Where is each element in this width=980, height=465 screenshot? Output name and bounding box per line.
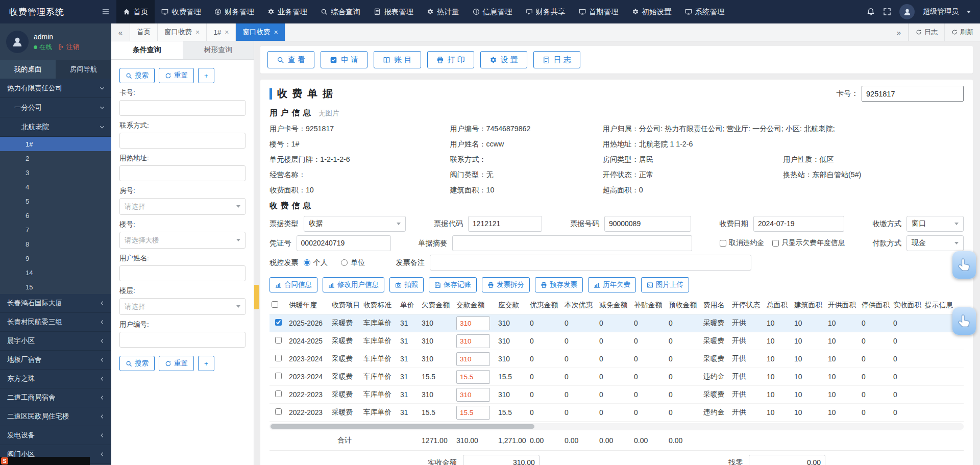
- tabs-scroll-right-button[interactable]: »: [890, 23, 909, 41]
- radio[interactable]: [304, 259, 310, 266]
- query-input[interactable]: [119, 165, 246, 181]
- pay-amount-input[interactable]: [456, 316, 490, 330]
- tree-unit-item[interactable]: 6: [0, 208, 111, 223]
- top-nav-item[interactable]: 报表管理: [367, 0, 420, 23]
- top-nav-item[interactable]: 收费管理: [155, 0, 208, 23]
- top-nav-item[interactable]: 初始设置: [625, 0, 678, 23]
- pay-amount-input[interactable]: [456, 370, 490, 384]
- query-panel-tab[interactable]: 条件查询: [111, 41, 183, 59]
- log-button[interactable]: 日志: [909, 23, 944, 41]
- payment-method-select[interactable]: 现金: [906, 235, 964, 251]
- toolbar-button[interactable]: 账 目: [374, 51, 421, 68]
- tax-invoice-radio-option[interactable]: 个人: [304, 258, 328, 267]
- tree-community-item[interactable]: 晨宇小区: [0, 332, 111, 351]
- top-nav-item[interactable]: 业务管理: [261, 0, 314, 23]
- tree-group[interactable]: 北航老院: [0, 117, 111, 137]
- toolbar-button[interactable]: 日 志: [533, 51, 580, 68]
- tree-unit-item[interactable]: 5: [0, 194, 111, 208]
- pay-amount-input[interactable]: [456, 352, 490, 366]
- query-panel-tab[interactable]: 树形查询: [183, 41, 254, 59]
- tree-unit-item[interactable]: 3: [0, 165, 111, 180]
- pay-amount-input[interactable]: [456, 334, 490, 348]
- user-avatar[interactable]: [899, 4, 915, 19]
- row-checkbox[interactable]: [275, 373, 282, 379]
- action-button[interactable]: 修改用户信息: [323, 277, 384, 292]
- tree-community-item[interactable]: 长青村民航委三组: [0, 313, 111, 332]
- tab[interactable]: 1# ×: [207, 23, 236, 41]
- tree-unit-item[interactable]: 2: [0, 151, 111, 165]
- paid-amount-input[interactable]: [463, 455, 540, 465]
- tab-close-icon[interactable]: ×: [225, 29, 229, 36]
- tree-unit-item[interactable]: 15: [0, 280, 111, 294]
- tree-community-item[interactable]: 长春鸿石国际大厦: [0, 294, 111, 313]
- fullscreen-icon[interactable]: [883, 8, 891, 16]
- receipt-type-select[interactable]: 收据: [304, 216, 406, 232]
- tree-community-item[interactable]: 地板厂宿舍: [0, 351, 111, 370]
- tree-group[interactable]: 一分公司: [0, 98, 111, 117]
- toolbar-button[interactable]: 打 印: [427, 51, 474, 68]
- voucher-input[interactable]: [297, 235, 391, 251]
- summary-input[interactable]: [452, 235, 692, 251]
- top-nav-item[interactable]: 综合查询: [314, 0, 367, 23]
- row-checkbox[interactable]: [275, 319, 282, 326]
- refresh-button[interactable]: 刷新: [944, 23, 980, 41]
- search-button[interactable]: 搜索: [119, 68, 155, 83]
- top-nav-item[interactable]: 系统管理: [678, 0, 731, 23]
- tree-unit-item[interactable]: 8: [0, 237, 111, 251]
- top-nav-item[interactable]: 首期管理: [572, 0, 625, 23]
- query-select[interactable]: 请选择: [119, 298, 246, 315]
- pay-amount-input[interactable]: [456, 388, 490, 402]
- top-nav-item[interactable]: 财务管理: [208, 0, 261, 23]
- tree-community-item[interactable]: 东方之珠: [0, 370, 111, 388]
- toolbar-button[interactable]: 查 看: [267, 51, 314, 68]
- card-no-input[interactable]: [862, 86, 964, 102]
- tree-unit-item[interactable]: 9: [0, 251, 111, 265]
- row-checkbox[interactable]: [275, 355, 282, 361]
- action-button[interactable]: 发票拆分: [482, 277, 530, 292]
- action-button[interactable]: 图片上传: [641, 277, 689, 292]
- query-panel-collapse-handle[interactable]: [254, 285, 259, 309]
- scrollbar-thumb[interactable]: [271, 424, 534, 429]
- tree-unit-item[interactable]: 14: [0, 265, 111, 280]
- fee-option-checkbox[interactable]: 只显示欠费年度信息: [772, 238, 845, 248]
- tree-community-item[interactable]: 二道区民政局住宅楼: [0, 407, 111, 426]
- tree-community-item[interactable]: 二道工商局宿舍: [0, 388, 111, 407]
- toolbar-button[interactable]: 设 置: [480, 51, 527, 68]
- touch-hand-button[interactable]: [952, 251, 976, 279]
- add-button[interactable]: +: [198, 356, 214, 371]
- charge-date-input[interactable]: [753, 216, 844, 232]
- toolbar-button[interactable]: 申 请: [321, 51, 368, 68]
- sidebar-tab[interactable]: 房间导航: [56, 60, 111, 79]
- radio[interactable]: [341, 259, 348, 266]
- invoice-note-input[interactable]: [430, 255, 751, 271]
- tax-invoice-radio-option[interactable]: 单位: [341, 258, 365, 267]
- search-button[interactable]: 搜索: [119, 356, 155, 371]
- checkbox[interactable]: [772, 240, 779, 247]
- top-nav-item[interactable]: 热计量: [420, 0, 466, 23]
- receipt-no-input[interactable]: [604, 216, 691, 232]
- tree-unit-item[interactable]: 4: [0, 180, 111, 194]
- tree-community-item[interactable]: 发电设备: [0, 426, 111, 445]
- tree-unit-item[interactable]: 7: [0, 223, 111, 237]
- row-checkbox[interactable]: [275, 408, 282, 415]
- top-nav-item[interactable]: 首页: [116, 0, 155, 23]
- sidebar-tab[interactable]: 我的桌面: [0, 60, 56, 79]
- tab-home[interactable]: 首页: [130, 23, 158, 41]
- action-button[interactable]: 历年欠费: [588, 277, 636, 292]
- tab-close-icon[interactable]: ×: [195, 29, 200, 36]
- touch-hand-button[interactable]: [952, 307, 976, 335]
- receipt-code-input[interactable]: [468, 216, 542, 232]
- tab[interactable]: 窗口收费 ×: [158, 23, 207, 41]
- row-checkbox[interactable]: [275, 337, 282, 344]
- query-input[interactable]: [119, 133, 246, 149]
- action-button[interactable]: 合同信息: [270, 277, 317, 292]
- select-all-checkbox[interactable]: [272, 301, 278, 308]
- query-select[interactable]: 请选择大楼: [119, 232, 246, 249]
- row-checkbox[interactable]: [275, 390, 282, 397]
- tree-unit-item[interactable]: 1#: [0, 137, 111, 151]
- query-input[interactable]: [119, 100, 246, 116]
- fee-option-checkbox[interactable]: 取消违约金: [720, 238, 764, 248]
- notifications-bell-icon[interactable]: [867, 8, 875, 16]
- top-nav-item[interactable]: 财务共享: [519, 0, 572, 23]
- logout-button[interactable]: 注销: [58, 43, 79, 52]
